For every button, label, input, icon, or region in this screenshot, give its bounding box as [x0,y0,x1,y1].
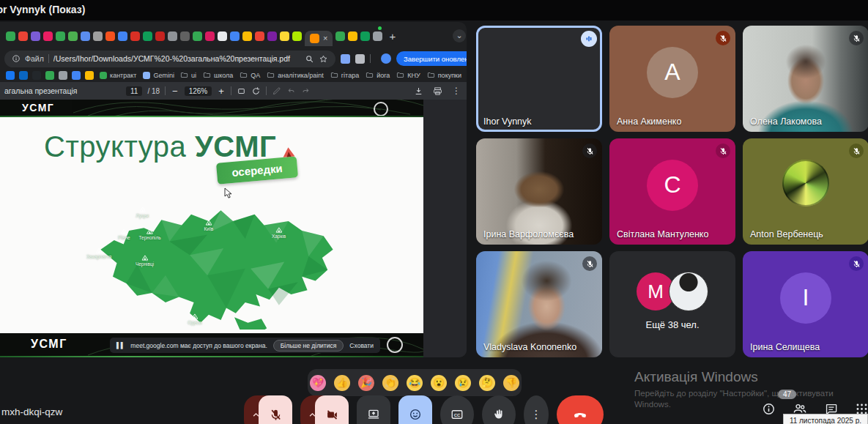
tab-favicon[interactable] [267,31,277,41]
bookmark-favicon[interactable] [72,71,81,80]
tab-favicon[interactable] [130,31,140,41]
page-info-icon[interactable] [12,54,21,63]
reactions-button[interactable] [398,395,432,424]
captions-button[interactable] [440,395,474,424]
zoom-in-button[interactable]: + [217,86,226,97]
download-icon[interactable] [414,86,423,96]
fit-page-icon[interactable] [237,86,246,96]
bookmark-folder[interactable]: ui [180,71,196,79]
bookmark-item[interactable]: Gemini [143,72,174,79]
tab-favicon[interactable] [348,31,357,41]
pdf-menu-icon[interactable]: ⋮ [452,86,461,96]
tab-favicon[interactable] [93,31,103,41]
tab-favicon[interactable] [218,31,227,41]
tab-favicon[interactable] [255,31,264,41]
tab-favicon[interactable] [18,31,28,41]
reaction-emoji-button[interactable]: 👎 [503,375,519,391]
participant-tile-iryna-varfolomieieva[interactable]: Ірина Варфоломєєва [476,138,602,245]
bookmark-favicon[interactable] [19,71,28,80]
tab-favicon[interactable] [43,31,53,41]
bookmark-folders[interactable]: ui школа QA аналітика/paint [180,71,467,79]
mic-toggle-button[interactable] [259,395,292,424]
participant-tile-olena-lakomova[interactable]: Олена Лакомова [743,26,868,132]
tab-favicon[interactable] [81,31,90,41]
reaction-emoji-button[interactable]: 🤔 [479,375,495,391]
tab-favicon[interactable] [105,31,115,41]
participant-tile-anton-verbenets[interactable]: Anton Вербенець [743,138,868,245]
participant-tile-ihor-vynnyk[interactable]: Ihor Vynnyk [476,26,602,132]
reaction-emoji-button[interactable]: 😂 [407,375,423,391]
print-icon[interactable] [433,86,442,96]
bookmark-favicon[interactable] [59,71,67,80]
bookmark-favicon[interactable] [6,71,15,80]
tab-favicon[interactable] [373,31,382,41]
tab-favicon[interactable] [143,31,152,41]
reaction-emoji-button[interactable]: 👍 [334,375,350,391]
tab-favicon[interactable] [292,31,302,41]
tab-favicon[interactable] [31,31,40,41]
reaction-emoji-button[interactable]: 👏 [382,375,398,391]
present-screen-button[interactable] [357,395,390,424]
close-tab-icon[interactable]: × [323,34,327,42]
more-options-button[interactable]: ⋮ [524,395,549,424]
reaction-emoji-button[interactable]: 😮 [431,375,447,391]
stop-sharing-button[interactable]: Більше не ділитися [273,340,344,352]
reaction-emoji-button[interactable]: 😢 [455,375,471,391]
tab-favicon[interactable] [242,31,252,41]
tab-favicon[interactable] [280,31,289,41]
tab-favicon[interactable] [335,31,345,41]
bookmark-folder[interactable]: гітара [330,71,359,79]
bookmark-folder[interactable]: йога [366,71,390,79]
bookmark-folder[interactable]: QA [240,71,260,79]
bookmark-favicons[interactable] [6,71,94,80]
end-call-button[interactable] [557,395,604,424]
tab-favicon[interactable] [205,31,215,41]
participant-tile-anna-akymenko[interactable]: А Анна Акименко [609,26,735,132]
page-number-input[interactable]: 11 [126,86,142,96]
tab-favicon[interactable] [168,31,177,41]
profile-avatar[interactable] [381,53,391,64]
tab-favicon[interactable] [230,31,240,41]
meeting-details-icon[interactable] [762,402,776,416]
bookmark-links[interactable]: кантракт Gemini [100,72,174,79]
annotate-pen-icon[interactable] [272,86,281,96]
bookmark-item[interactable]: кантракт [100,72,136,79]
search-icon[interactable] [305,54,314,64]
tab-favicon[interactable] [155,31,165,41]
raise-hand-button[interactable] [482,395,516,424]
camera-toggle-button[interactable] [315,395,349,424]
bookmark-favicon[interactable] [45,71,54,80]
tab-favicon[interactable] [360,31,370,41]
zoom-out-button[interactable]: − [171,86,179,97]
new-tab-button[interactable]: + [385,31,399,42]
address-bar[interactable]: Файл /Users/Ihor/Downloads/УСМГ%20-%20за… [4,51,335,67]
bookmark-star-icon[interactable] [319,54,328,64]
extension-icon[interactable] [341,54,350,64]
pinned-tabs[interactable] [6,31,302,41]
rotate-icon[interactable] [251,86,261,96]
participant-tile-iryna-selyshcheva[interactable]: I Ірина Селищева [743,251,868,357]
bookmark-folder[interactable]: КНУ [396,71,420,79]
tab-favicon[interactable] [118,31,127,41]
bookmark-folder[interactable]: школа [203,71,233,79]
bookmark-folder[interactable]: аналітика/paint [267,71,324,79]
finish-update-button[interactable]: Завершити оновлення [396,51,467,66]
tab-favicon[interactable] [6,31,15,41]
pinned-tabs-after[interactable] [335,31,382,41]
url-text[interactable]: /Users/Ihor/Downloads/УСМГ%20-%20загальн… [53,54,300,63]
bookmark-folder[interactable]: покупки [427,71,461,79]
tab-favicon[interactable] [68,31,78,41]
tab-favicon[interactable] [180,31,190,41]
tab-favicon[interactable] [56,31,65,41]
bookmark-favicon[interactable] [85,71,94,80]
active-tab[interactable]: × [305,31,333,46]
reaction-emoji-button[interactable]: 🎉 [358,375,374,391]
participant-tile-vladyslava-kononenko[interactable]: Vladyslava Kononenko [476,251,602,357]
extension-icon[interactable] [355,54,365,64]
reaction-emoji-button[interactable]: 💖 [310,375,326,391]
participant-tile-svitlana-mantulenko[interactable]: С Світлана Мантуленко [609,138,735,245]
hide-notice-button[interactable]: Сховати [349,342,374,349]
overflow-participants-tile[interactable]: M Ещё 38 чел. [609,251,735,357]
bookmark-favicon[interactable] [32,71,41,80]
tab-favicon[interactable] [193,31,202,41]
